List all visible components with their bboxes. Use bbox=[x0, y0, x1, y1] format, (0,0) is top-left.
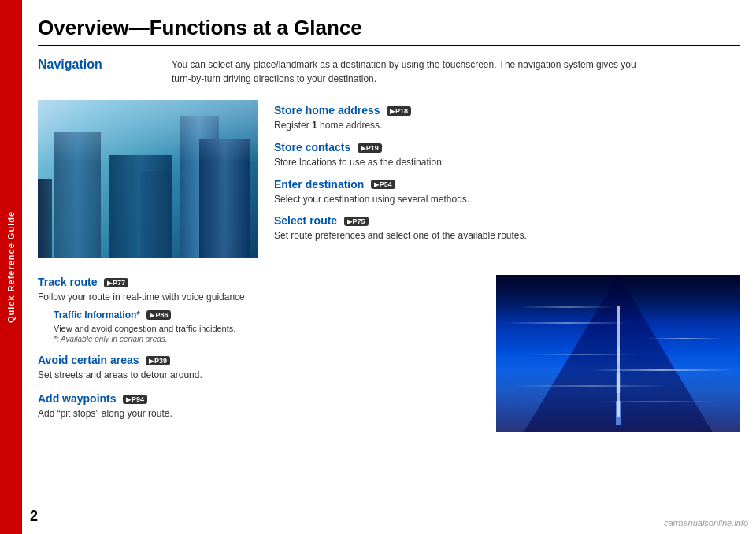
feature-store-home-badge: P18 bbox=[387, 106, 411, 116]
sub-feature-traffic-desc: View and avoid congestion and traffic in… bbox=[54, 323, 480, 335]
feature-store-home: Store home address P18 Register 1 home a… bbox=[274, 103, 740, 132]
feature-select-route: Select route P75 Set route preferences a… bbox=[274, 213, 740, 243]
building-col-2 bbox=[140, 171, 172, 258]
road-streak-4 bbox=[528, 354, 638, 355]
feature-select-route-title: Select route bbox=[274, 214, 337, 227]
navigation-description: You can select any place/landmark as a d… bbox=[172, 57, 740, 86]
main-content: Overview—Functions at a Glance Navigatio… bbox=[22, 0, 756, 534]
watermark: carmanualsonline.info bbox=[664, 518, 748, 528]
feature-store-home-desc: Register 1 home address. bbox=[274, 119, 740, 132]
navigation-label-text: Navigation bbox=[38, 57, 102, 71]
sub-feature-traffic-badge: P86 bbox=[146, 310, 171, 320]
feature-avoid-areas-badge: P39 bbox=[146, 356, 170, 365]
bottom-features: Track route P77 Follow your route in rea… bbox=[38, 275, 480, 432]
feature-store-contacts-title: Store contacts bbox=[274, 141, 350, 154]
road-streak-2 bbox=[504, 322, 630, 324]
page-title: Overview—Functions at a Glance bbox=[38, 16, 740, 46]
road-center-line-1 bbox=[616, 401, 621, 425]
feature-avoid-areas-title: Avoid certain areas bbox=[38, 354, 139, 366]
feature-select-route-desc: Set route preferences and select one of … bbox=[274, 229, 740, 243]
top-content-row: Store home address P18 Register 1 home a… bbox=[38, 100, 740, 258]
left-tab: Quick Reference Guide bbox=[0, 0, 22, 534]
navigation-label: Navigation bbox=[38, 57, 172, 86]
feature-track-route-desc: Follow your route in real-time with voic… bbox=[38, 291, 480, 304]
feature-add-waypoints-badge: P94 bbox=[123, 395, 147, 404]
feature-avoid-areas: Avoid certain areas P39 Set streets and … bbox=[38, 353, 480, 382]
feature-enter-destination-title: Enter destination bbox=[274, 178, 364, 191]
road-streak-3 bbox=[646, 338, 724, 339]
feature-add-waypoints: Add waypoints P94 Add “pit stops” along … bbox=[38, 391, 480, 421]
feature-store-contacts: Store contacts P19 Store locations to us… bbox=[274, 140, 740, 169]
feature-select-route-badge: P75 bbox=[344, 217, 369, 226]
features-list: Store home address P18 Register 1 home a… bbox=[274, 100, 740, 258]
feature-track-route-badge: P77 bbox=[104, 278, 128, 287]
page-number: 2 bbox=[30, 508, 38, 525]
nav-desc-line1: You can select any place/landmark as a d… bbox=[172, 59, 636, 70]
feature-avoid-areas-desc: Set streets and areas to detour around. bbox=[38, 369, 480, 382]
road-center-line-3 bbox=[617, 347, 620, 362]
feature-track-route-title: Track route bbox=[38, 276, 97, 288]
sub-feature-traffic: Traffic Information* P86 View and avoid … bbox=[54, 307, 480, 343]
feature-store-contacts-badge: P19 bbox=[358, 143, 382, 153]
feature-store-home-title: Store home address bbox=[274, 104, 380, 117]
navigation-section: Navigation You can select any place/land… bbox=[38, 57, 740, 86]
feature-add-waypoints-desc: Add “pit stops” along your route. bbox=[38, 407, 480, 421]
road-center-line-2 bbox=[617, 373, 621, 393]
road-top-gradient bbox=[496, 275, 740, 322]
nav-desc-line2: turn-by-turn driving directions to your … bbox=[172, 73, 376, 84]
left-tab-label: Quick Reference Guide bbox=[6, 211, 16, 323]
building-image bbox=[38, 100, 258, 258]
sub-feature-traffic-title: Traffic Information* bbox=[54, 310, 140, 321]
feature-enter-destination-badge: P54 bbox=[371, 180, 395, 189]
bottom-section: Track route P77 Follow your route in rea… bbox=[38, 275, 740, 432]
feature-enter-destination-desc: Select your destination using several me… bbox=[274, 193, 740, 206]
building-col-1 bbox=[38, 179, 52, 258]
sub-feature-traffic-note: *: Available only in certain areas. bbox=[54, 335, 480, 343]
feature-track-route: Track route P77 Follow your route in rea… bbox=[38, 275, 480, 343]
feature-store-contacts-desc: Store locations to use as the destinatio… bbox=[274, 156, 740, 169]
sky-gradient bbox=[38, 100, 258, 163]
feature-enter-destination: Enter destination P54 Select your destin… bbox=[274, 177, 740, 206]
road-image bbox=[496, 275, 740, 432]
feature-add-waypoints-title: Add waypoints bbox=[38, 392, 117, 405]
